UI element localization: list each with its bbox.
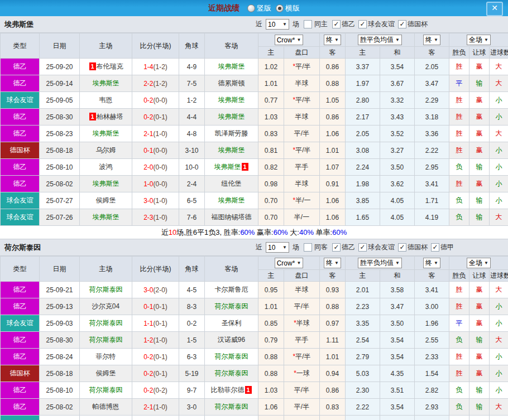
odds-source-select[interactable]: Crow*▼ [275,35,304,45]
euro-home-odds: 3.35 [346,315,380,332]
league-checkbox[interactable] [332,243,341,252]
fulltime-score: 3-0 [143,286,153,294]
match-date: 25-07-27 [40,192,80,209]
away-team-cell: 纽伦堡 [205,176,258,192]
league-badge: 球会友谊 [1,416,40,420]
match-date: 25-09-14 [40,75,80,92]
goals-result: 小 [490,159,508,176]
table-row: 德国杯25-08-18乌尔姆0-1(0-0)3-10埃弗斯堡0.81*平/半1.… [1,142,508,159]
goals-result: 小 [490,142,508,159]
league-checkbox[interactable] [431,243,439,252]
home-team-cell: 荷尔斯泰因 [80,315,132,332]
home-team-cell: 1布伦瑞克 [80,59,132,75]
team-header-row: 埃弗斯堡 近10▼场同主德乙球会友谊德国杯 [0,16,508,33]
match-count-select[interactable]: 10▼ [266,242,289,253]
asian-handicap: 平/半 [284,125,320,142]
fulltime-score: 0-1 [143,303,153,311]
asian-handicap: 半球 [284,75,320,92]
match-date: 25-08-02 [40,399,80,416]
chevron-down-icon: ▼ [395,260,400,265]
summary-segment: 赢率: [255,228,273,236]
subcol-eu-draw: 和 [380,47,415,59]
score-cell: 0-2(0-1) [132,349,179,365]
handicap-result: 赢 [469,365,490,382]
team-name: 荷尔斯泰因 [4,243,41,253]
asian-away-odds: 1.11 [320,332,346,349]
fulltime-score: 0-2 [143,353,153,361]
col-type: 类型 [1,33,40,59]
asian-handicap: 平/半 [284,399,320,416]
score-cell: 0-1(0-0) [132,416,179,420]
chevron-down-icon: ▼ [334,260,339,265]
corners-cell: 4-8 [179,125,205,142]
asian-handicap [284,416,320,420]
halftime-score: (1-0) [154,130,167,138]
layout-vertical-label[interactable]: 竖版 [257,3,271,13]
goals-result: 小 [490,315,508,332]
scope-select[interactable]: 全场▼ [467,258,491,268]
wdl-result: 负 [449,382,469,399]
home-team-name: 波鸿 [99,163,113,171]
close-icon[interactable]: ✕ [486,2,503,16]
wdl-result: 负 [449,332,469,349]
handicap-result: 输 [469,332,490,349]
league-checkbox[interactable] [398,20,406,28]
corners-cell: 7-6 [179,209,205,226]
match-date: 25-08-18 [40,142,80,159]
avg-odds-select[interactable]: 胜平负均值▼ [358,258,402,268]
final-odds-select[interactable]: 终▼ [324,258,341,268]
results-table: 类型 日期 主场 比分(半场) 角球 客场 Crow*▼ 终▼ 胜平负均值▼ 终… [0,33,508,226]
asian-handicap: *平/半 [284,59,320,75]
final-odds-select[interactable]: 终▼ [423,258,440,268]
asian-home-odds: 1.06 [258,399,284,416]
match-date: 25-08-23 [40,125,80,142]
halftime-score: (0-0) [154,180,167,188]
odds-source-select[interactable]: Crow*▼ [275,258,304,268]
wdl-result: 胜 [449,282,469,298]
away-team-cell: 埃弗斯堡 [205,59,258,75]
final-odds-select[interactable]: 终▼ [423,35,440,45]
league-checkbox[interactable] [332,20,341,28]
handicap-result: 赢 [469,109,490,125]
col-date: 日期 [40,33,80,59]
euro-away-odds: 1.71 [415,192,449,209]
away-team-name: 德累斯顿 [218,79,245,87]
layout-horizontal-radio[interactable] [276,4,284,12]
avg-odds-select[interactable]: 胜平负均值▼ [358,35,402,45]
halftime-score: (1-0) [154,197,167,205]
euro-home-odds: 3.85 [346,192,380,209]
halftime-score: (1-2) [154,80,167,88]
match-count-select[interactable]: 10▼ [266,19,289,30]
league-checkbox[interactable] [398,243,406,252]
euro-draw-odds: 3.54 [380,349,415,365]
handicap-result: 输 [469,159,490,176]
handicap-result: 输 [469,382,490,399]
asian-away-odds: 1.07 [320,159,346,176]
matches-label: 场 [293,243,299,252]
table-row: 德乙25-09-13沙尔克040-1(0-1)8-3荷尔斯泰因1.01平/半0.… [1,298,508,315]
scope-select[interactable]: 全场▼ [467,35,491,45]
league-checkbox[interactable] [358,243,367,252]
layout-vertical-radio[interactable] [247,4,255,12]
final-odds-select[interactable]: 终▼ [324,35,341,45]
goals-result: 小 [490,349,508,365]
asian-home-odds: 0.85 [258,315,284,332]
table-row: 德国杯25-08-18侯姆堡0-2(0-1)5-19荷尔斯泰因0.88*一球0.… [1,365,508,382]
matches-label: 场 [293,20,299,29]
layout-horizontal-label[interactable]: 横版 [285,3,300,13]
match-count-value: 10 [268,21,275,28]
score-cell: 2-0(0-0) [132,159,179,176]
euro-draw-odds: 3.32 [380,92,415,109]
euro-draw-odds: 4.05 [380,209,415,226]
same-venue-checkbox[interactable] [304,20,312,28]
league-checkbox[interactable] [358,20,367,28]
euro-away-odds: 2.22 [415,142,449,159]
score-cell: 1-1(0-1) [132,315,179,332]
home-team-name: 荷尔斯泰因 [89,319,123,327]
handicap-result: 赢 [469,92,490,109]
summary-segment: 大: [288,228,299,236]
asian-home-odds: 0.83 [258,125,284,142]
halftime-score: (0-1) [154,353,167,361]
same-venue-checkbox[interactable] [304,243,312,252]
asian-home-odds: 0.70 [258,192,284,209]
